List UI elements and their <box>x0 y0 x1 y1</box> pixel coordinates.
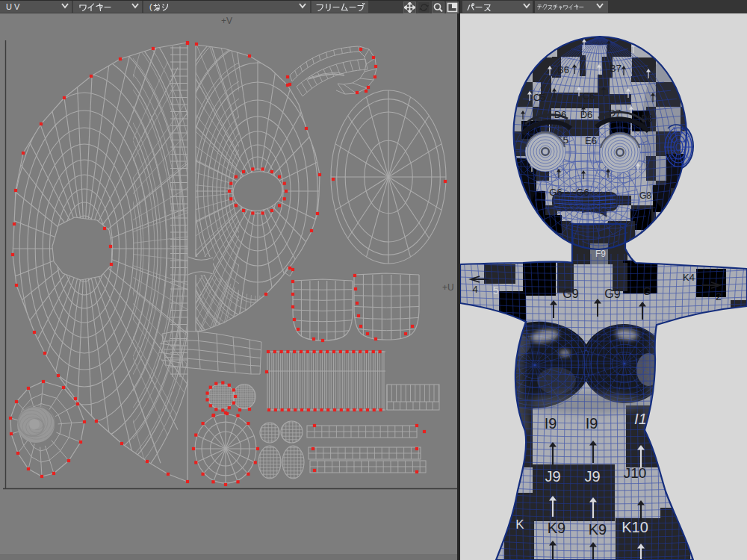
svg-text:I9: I9 <box>545 415 557 432</box>
svg-text:J9: J9 <box>584 468 600 485</box>
svg-text:G: G <box>642 284 651 297</box>
svg-text:K9: K9 <box>548 520 565 536</box>
svg-text:I10: I10 <box>634 411 655 427</box>
svg-text:K: K <box>515 517 524 532</box>
svg-text:D8: D8 <box>641 113 653 124</box>
svg-text:K4: K4 <box>683 272 695 283</box>
svg-text:4: 4 <box>472 284 477 295</box>
svg-text:C5: C5 <box>533 92 546 103</box>
svg-text:B7: B7 <box>610 63 622 74</box>
svg-text:5: 5 <box>493 284 499 296</box>
svg-text:D6: D6 <box>580 109 593 120</box>
svg-text:G6: G6 <box>576 187 589 198</box>
svg-text:K10: K10 <box>622 519 648 535</box>
svg-text:G8: G8 <box>639 190 651 201</box>
svg-text:J10: J10 <box>624 465 647 481</box>
svg-text:B6: B6 <box>557 64 569 75</box>
svg-text:2: 2 <box>716 290 722 302</box>
svg-text:E6: E6 <box>585 135 597 146</box>
svg-text:G9: G9 <box>604 287 620 300</box>
svg-text:I9: I9 <box>586 415 598 432</box>
svg-text:K9: K9 <box>589 521 607 538</box>
svg-text:J9: J9 <box>545 468 560 485</box>
svg-text:F9: F9 <box>595 249 606 259</box>
svg-text:G9: G9 <box>562 287 578 300</box>
svg-text:C6: C6 <box>583 90 595 102</box>
